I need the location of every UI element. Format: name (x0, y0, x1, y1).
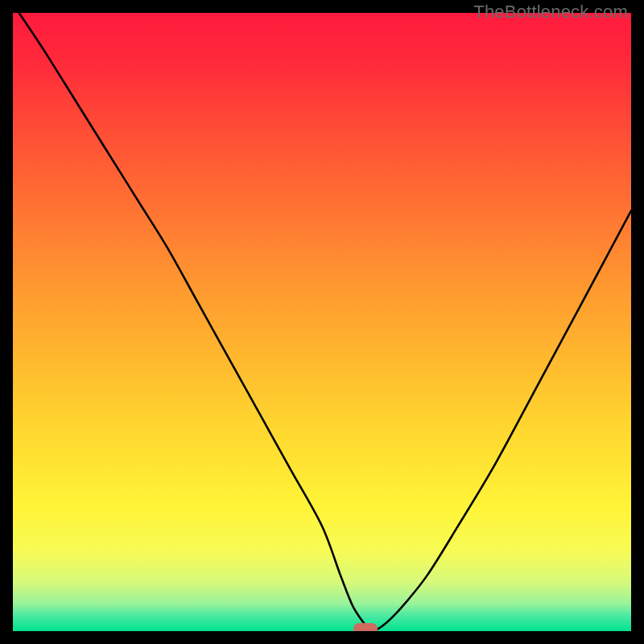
watermark-label: TheBottleneck.com (473, 2, 628, 23)
chart-frame: TheBottleneck.com (0, 0, 644, 644)
curve-line (19, 13, 631, 631)
bottleneck-curve (13, 13, 631, 631)
optimal-marker (353, 623, 378, 631)
plot-area (13, 13, 631, 631)
